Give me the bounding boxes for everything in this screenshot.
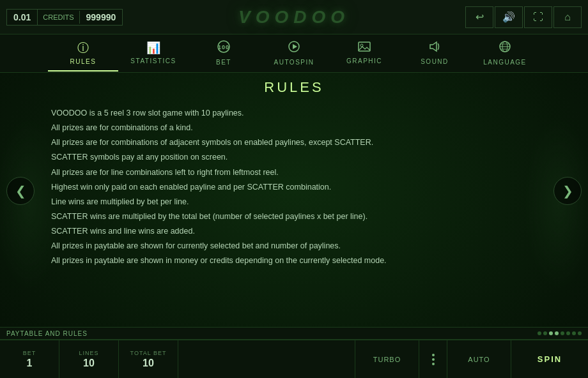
credits-display: 0.01 CREDITS 999990: [6, 9, 123, 26]
total-bet-label: TOTAL BET: [130, 350, 167, 356]
sound-icon: [428, 41, 441, 56]
rules-text: VOODOO is a 5 reel 3 row slot game with …: [51, 106, 537, 268]
bet-icon: 100: [217, 40, 230, 56]
info-dot-2: [549, 331, 553, 335]
tab-language[interactable]: LANGUAGE: [470, 36, 540, 72]
lines-stat: LINES 10: [59, 340, 119, 378]
tab-sound[interactable]: SOUND: [399, 36, 470, 72]
statistics-icon: 📊: [146, 41, 161, 55]
back-button[interactable]: ↩: [465, 6, 493, 28]
nav-tabs: ⓘ RULES 📊 STATISTICS 100 BET AUTOSPIN: [0, 34, 588, 73]
tab-rules-label: RULES: [70, 58, 97, 65]
win-spacer: [178, 340, 355, 378]
top-bar: 0.01 CREDITS 999990 VOODOO ↩ 🔊 ⛶ ⌂: [0, 0, 588, 34]
credits-label: CREDITS: [38, 11, 79, 24]
info-dot-3: [555, 331, 559, 335]
rule-line: All prizes in paytable are shown in mone…: [51, 253, 537, 268]
info-dot-4: [561, 331, 564, 335]
tab-graphic[interactable]: GRAPHIC: [329, 36, 399, 72]
rules-title: RULES: [51, 79, 537, 96]
auto-button[interactable]: AUTO: [447, 340, 511, 378]
total-bet-value: 10: [143, 358, 154, 369]
tab-graphic-label: GRAPHIC: [346, 57, 382, 64]
info-bar-text: PAYTABLE AND RULES: [6, 330, 88, 337]
tab-sound-label: SOUND: [421, 58, 449, 65]
tab-autospin[interactable]: AUTOSPIN: [259, 36, 329, 72]
rule-line: All prizes are for line combinations lef…: [51, 165, 537, 180]
credits-amount: 999990: [80, 10, 123, 25]
main-content: ❮ RULES VOODOO is a 5 reel 3 row slot ga…: [0, 73, 588, 309]
rule-line: All prizes in paytable are shown for cur…: [51, 239, 537, 253]
info-dot-1: [543, 331, 547, 335]
bet-value: 0.01: [7, 10, 38, 25]
tab-bet[interactable]: 100 BET: [189, 36, 259, 72]
tab-autospin-label: AUTOSPIN: [274, 59, 314, 66]
lines-stat-value: 10: [83, 358, 95, 369]
rule-line: VOODOO is a 5 reel 3 row slot game with …: [51, 106, 537, 121]
rule-line: Line wins are multiplied by bet per line…: [51, 195, 537, 209]
rule-line: SCATTER wins and line wins are added.: [51, 224, 537, 239]
fullscreen-button[interactable]: ⛶: [524, 6, 552, 28]
info-bar-dots: [538, 331, 582, 335]
rules-icon: ⓘ: [77, 40, 89, 56]
home-button[interactable]: ⌂: [553, 6, 582, 28]
top-controls: ↩ 🔊 ⛶ ⌂: [465, 6, 582, 28]
rules-panel: RULES VOODOO is a 5 reel 3 row slot game…: [38, 73, 550, 309]
total-bet-stat: TOTAL BET 10: [119, 340, 178, 378]
svg-text:100: 100: [218, 44, 229, 50]
menu-dot-3: [432, 363, 435, 365]
tab-rules[interactable]: ⓘ RULES: [48, 36, 118, 72]
svg-point-5: [360, 44, 363, 47]
tab-bet-label: BET: [216, 59, 231, 66]
spin-button[interactable]: SPIN: [511, 340, 588, 378]
svg-marker-3: [293, 44, 297, 49]
left-arrow-icon: ❮: [15, 183, 26, 199]
info-dot-5: [566, 331, 570, 335]
tab-language-label: LANGUAGE: [483, 59, 527, 66]
nav-arrow-right[interactable]: ❯: [553, 177, 582, 205]
menu-dot-2: [432, 358, 435, 361]
rule-line: SCATTER wins are multiplied by the total…: [51, 209, 537, 224]
game-title: VOODOO: [238, 7, 350, 27]
tab-statistics[interactable]: 📊 STATISTICS: [118, 36, 189, 72]
rule-line: All prizes are for combinations of adjac…: [51, 135, 537, 150]
info-dot-0: [538, 331, 541, 335]
autospin-icon: [288, 40, 300, 56]
tab-statistics-label: STATISTICS: [130, 57, 176, 64]
graphic-icon: [358, 42, 371, 55]
lines-label: LINES: [79, 350, 98, 356]
sound-button[interactable]: 🔊: [495, 6, 523, 28]
bet-label: BET: [23, 350, 36, 356]
nav-arrow-left[interactable]: ❮: [6, 177, 35, 205]
menu-dots-button[interactable]: [419, 340, 447, 378]
turbo-button[interactable]: TURBO: [355, 340, 419, 378]
bet-stat: BET 1: [0, 340, 59, 378]
bottom-info-bar: PAYTABLE AND RULES: [0, 327, 588, 340]
svg-marker-6: [430, 42, 437, 51]
right-arrow-icon: ❯: [562, 183, 573, 199]
rule-line: All prizes are for combinations of a kin…: [51, 121, 537, 135]
rule-line: SCATTER symbols pay at any position on s…: [51, 150, 537, 165]
info-dot-6: [572, 331, 576, 335]
svg-rect-4: [359, 42, 370, 51]
bet-stat-value: 1: [27, 358, 33, 369]
menu-dot-1: [432, 354, 435, 356]
language-icon: [499, 40, 511, 56]
rule-line: Highest win only paid on each enabled pa…: [51, 180, 537, 195]
bottom-controls: BET 1 LINES 10 TOTAL BET 10 TURBO AUTO S…: [0, 340, 588, 378]
info-dot-7: [578, 331, 582, 335]
